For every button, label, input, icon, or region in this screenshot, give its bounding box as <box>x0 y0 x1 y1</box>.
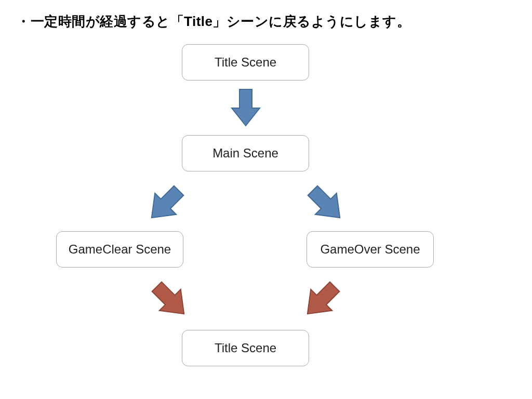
node-gameclear: GameClear Scene <box>56 231 183 268</box>
arrow-down-left-icon <box>299 278 343 323</box>
arrow-down-left-icon <box>143 182 188 227</box>
node-gameover: GameOver Scene <box>307 231 434 268</box>
node-label: Title Scene <box>215 55 276 70</box>
node-label: Main Scene <box>212 146 278 161</box>
diagram-canvas: ・一定時間が経過すると「Title」シーンに戻るようにします。 Title Sc… <box>0 0 532 399</box>
node-main: Main Scene <box>182 135 309 171</box>
node-title-top: Title Scene <box>182 44 309 81</box>
node-label: Title Scene <box>215 341 276 355</box>
node-title-bottom: Title Scene <box>182 330 309 366</box>
node-label: GameClear Scene <box>69 242 171 257</box>
arrow-down-icon <box>228 87 264 128</box>
node-label: GameOver Scene <box>320 242 420 257</box>
arrow-down-right-icon <box>304 182 349 227</box>
arrow-down-right-icon <box>148 278 193 323</box>
page-title: ・一定時間が経過すると「Title」シーンに戻るようにします。 <box>17 12 410 31</box>
